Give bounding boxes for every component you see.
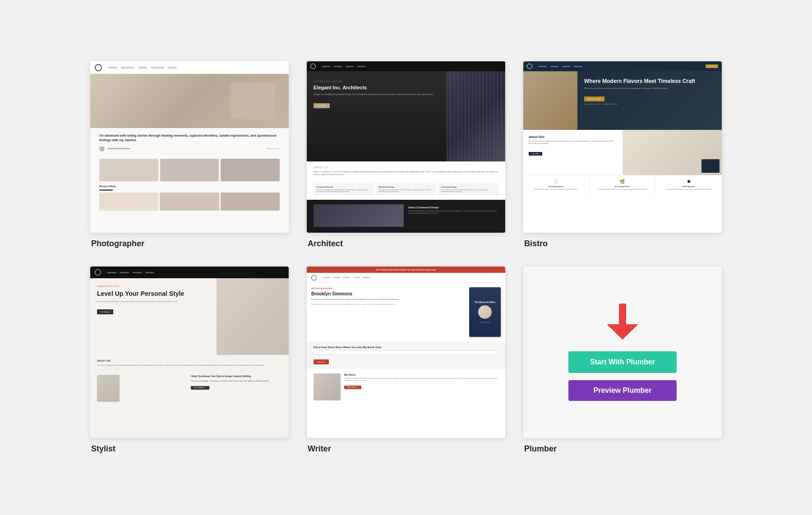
stylist-about-title: ABOUT ME	[97, 359, 282, 363]
template-card-writer[interactable]: GET A FREE SHORT STORY WHEN YOU JOIN MY …	[307, 267, 505, 454]
writer-nav-links	[323, 277, 370, 278]
plumber-preview[interactable]: Start With Plumber Preview Plumber	[523, 267, 722, 438]
bistro-about-text: We combine the finest locally sourced in…	[529, 140, 617, 145]
photographer-nav-link	[168, 67, 177, 69]
stylist-view-brands-btn[interactable]: VIEW BRANDS →	[191, 386, 209, 390]
architect-logo	[310, 64, 316, 69]
architect-service-text: We design homes that prioritize comfort …	[378, 189, 434, 193]
architect-service-text: Our Landscape designs extend spaces into…	[441, 189, 496, 193]
photographer-avatar-circle	[99, 146, 105, 152]
stylist-nav-link	[107, 272, 116, 273]
photographer-gallery-item	[160, 159, 219, 181]
svg-rect-0	[619, 303, 626, 326]
bistro-specials-text: Every day our chefs prepare new seasonal…	[659, 189, 718, 190]
stylist-card-image	[97, 375, 120, 402]
stylist-hero: FASHION STYLIST Level Up Your Personal S…	[90, 278, 289, 355]
stylist-hero-btn[interactable]: Get Started	[97, 309, 113, 314]
writer-story-text: My Story Growing up, I was always the ki…	[344, 373, 498, 400]
writer-hero-name: Brooklyn Simmons	[311, 291, 465, 297]
stylist-preview[interactable]: FASHION STYLIST Level Up Your Personal S…	[90, 267, 289, 438]
plumber-start-button[interactable]: Start With Plumber	[568, 351, 677, 373]
writer-book-title: The Monarch Effect	[475, 301, 495, 304]
bistro-about-title: About Divi	[529, 135, 617, 138]
photographer-nav	[90, 61, 289, 74]
writer-signup-btn[interactable]: Subscribe	[314, 359, 329, 364]
architect-hero-text: ELEGANT INC. DESIGN Elegant Inc. Archite…	[307, 71, 447, 161]
writer-logo	[311, 275, 317, 280]
writer-nav-link	[363, 277, 370, 278]
writer-nav-link	[343, 277, 350, 278]
stylist-hero-content: FASHION STYLIST Level Up Your Personal S…	[90, 278, 217, 355]
architect-bottom: Urban & Commercial Design Our commercial…	[307, 200, 505, 231]
photographer-nav-link	[108, 67, 117, 69]
stylist-nav-link	[145, 272, 154, 273]
architect-hero: ELEGANT INC. DESIGN Elegant Inc. Archite…	[307, 71, 505, 161]
bistro-preview[interactable]: Book Now Where Modern Flavors Meet Timel…	[523, 61, 722, 233]
architect-hero-image	[447, 71, 505, 161]
template-card-stylist[interactable]: FASHION STYLIST Level Up Your Personal S…	[90, 267, 289, 454]
photographer-recent-item	[160, 193, 219, 211]
bistro-food-text: We create dishes that push the boundarie…	[527, 189, 586, 190]
photographer-preview[interactable]: I'm obsessed with telling stories throug…	[90, 61, 289, 233]
stylist-nav-links	[107, 272, 154, 273]
bistro-fresh-title: Fresh Ingredients	[593, 185, 652, 188]
stylist-card-text: I love personal styling. I can help you …	[191, 379, 282, 382]
stylist-nav-link	[120, 272, 129, 273]
writer-read-more-btn[interactable]: READ MORE →	[344, 386, 361, 389]
architect-nav	[307, 61, 505, 71]
architect-urban-title: Urban & Commercial Design	[408, 206, 498, 209]
bistro-food-icon: 🍴	[527, 179, 586, 184]
bistro-hero-text: Where Modern Flavors Meet Timeless Craft…	[577, 71, 702, 130]
bistro-nav-link	[574, 66, 582, 67]
photographer-text-area: I'm obsessed with telling stories throug…	[90, 128, 289, 157]
photographer-label: Photographer	[90, 239, 289, 248]
stylist-hero-title: Level Up Your Personal Style	[97, 290, 210, 298]
template-card-plumber[interactable]: Start With Plumber Preview Plumber Plumb…	[523, 267, 722, 454]
template-grid: I'm obsessed with telling stories throug…	[90, 61, 722, 454]
writer-hero-text: BEST SELLING AUTHOR Brooklyn Simmons Bro…	[311, 287, 465, 337]
photographer-nav-links	[108, 67, 177, 69]
writer-story-image	[314, 373, 341, 400]
bistro-fresh-icon: 🌿	[593, 179, 652, 184]
stylist-hero-text: From wearing the wrong fit to using this…	[97, 300, 210, 303]
photographer-recent-item	[221, 193, 280, 211]
bistro-headline: Where Modern Flavors Meet Timeless Craft	[584, 78, 695, 84]
architect-bottom-text: Urban & Commercial Design Our commercial…	[408, 204, 498, 227]
bistro-nav-link	[550, 66, 558, 67]
architect-nav-links	[322, 66, 365, 67]
stylist-card	[97, 375, 188, 402]
bistro-learn-more-btn[interactable]: Learn More	[529, 152, 542, 156]
plumber-label: Plumber	[523, 444, 722, 454]
bistro-specials-title: Daily Specials	[659, 185, 718, 188]
architect-about: ABOUT US Elegant Inc. Architects is a pr…	[307, 161, 505, 183]
template-card-architect[interactable]: ELEGANT INC. DESIGN Elegant Inc. Archite…	[307, 61, 505, 248]
writer-email-input[interactable]	[314, 350, 498, 355]
bistro-middle: About Divi We combine the finest locally…	[523, 130, 722, 175]
photographer-avatar-name	[107, 148, 130, 149]
architect-cta-btn[interactable]: Learn More	[314, 103, 330, 108]
template-card-bistro[interactable]: Book Now Where Modern Flavors Meet Timel…	[523, 61, 722, 248]
writer-hero-tag: BEST SELLING AUTHOR	[311, 287, 465, 290]
plumber-arrow-icon	[607, 303, 638, 344]
bistro-hours: Open Daily 11am - 9pm · Weekdays 9am-11p…	[584, 103, 695, 105]
bistro-reserve-btn[interactable]: Reserve a Table	[584, 97, 604, 101]
writer-story: My Story Growing up, I was always the ki…	[307, 369, 505, 405]
template-card-photographer[interactable]: I'm obsessed with telling stories throug…	[90, 61, 289, 248]
writer-preview[interactable]: GET A FREE SHORT STORY WHEN YOU JOIN MY …	[307, 267, 505, 438]
bistro-about-image	[623, 130, 722, 175]
photographer-nav-link	[138, 67, 147, 69]
bistro-fresh-text: We source ingredients from local farms a…	[593, 189, 652, 190]
bistro-nav-link	[562, 66, 570, 67]
architect-nav-link	[334, 66, 342, 67]
architect-preview[interactable]: ELEGANT INC. DESIGN Elegant Inc. Archite…	[307, 61, 505, 233]
writer-hero: BEST SELLING AUTHOR Brooklyn Simmons Bro…	[307, 283, 505, 341]
bistro-nav: Book Now	[523, 61, 722, 71]
photographer-logo	[95, 64, 102, 71]
photographer-recent-grid	[99, 193, 280, 211]
photographer-gallery	[90, 159, 289, 181]
writer-hero-desc: Brooklyn's dedication to her craft and h…	[311, 303, 465, 306]
writer-signup-title: Get a Free Short Story When You Join My …	[314, 346, 498, 349]
bistro-nav-btn[interactable]: Book Now	[706, 64, 718, 68]
plumber-preview-button[interactable]: Preview Plumber	[568, 380, 677, 401]
bistro-nav-links	[539, 66, 582, 67]
